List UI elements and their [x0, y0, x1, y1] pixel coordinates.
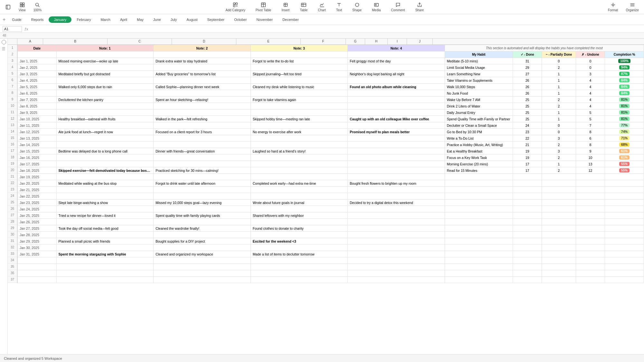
col-header-B: B [43, 39, 108, 44]
done-cell: 26 [513, 84, 542, 90]
sidebar-toggle-button[interactable] [3, 3, 14, 11]
empty-cell [605, 245, 644, 251]
note2-cell [154, 77, 251, 84]
done-cell: 21 [513, 142, 542, 148]
text-button[interactable]: Text [334, 1, 345, 13]
status-bar: Cleaned and organized 5 Workspace [0, 354, 644, 362]
done-cell: 17 [513, 167, 542, 174]
tab-february[interactable]: February [72, 16, 95, 23]
undone-cell: 3 [576, 71, 605, 77]
tab-july[interactable]: July [166, 16, 182, 23]
tab-april[interactable]: April [116, 16, 132, 23]
note1-cell [56, 154, 154, 161]
pivot-table-button[interactable]: Pivot Table [253, 1, 274, 13]
empty-cell [542, 200, 576, 206]
empty-cell [513, 200, 542, 206]
note2-cell: Bought supplies for a DIY project [154, 238, 251, 245]
empty-cell [605, 257, 644, 264]
date-cell: Jan 8, 2025 [18, 103, 57, 109]
habits-header-cell: ✗ - Undone [576, 51, 605, 58]
note1-cell: Planned a small picnic with friends [56, 238, 154, 245]
sidebar-icon-1[interactable] [2, 40, 6, 44]
tab-august[interactable]: August [182, 16, 202, 23]
shape-button[interactable]: Shape [350, 1, 364, 13]
table-row: Jan 22, 2025 [18, 193, 644, 200]
empty-cell [576, 277, 605, 283]
table-row: Jan 18, 2025Skipped exercise—felt demoti… [18, 167, 644, 174]
table-row: Jan 11, 2025Declutter or Clean a Small S… [18, 122, 644, 129]
empty-cell [513, 264, 542, 270]
completion-cell: 84% [605, 90, 644, 97]
formula-separator: ƒx [24, 27, 28, 31]
automation-note: This section is automated and will displ… [445, 45, 644, 51]
add-sheet-button[interactable]: + [1, 17, 7, 23]
tab-june[interactable]: June [149, 16, 166, 23]
note3-cell [251, 219, 348, 225]
empty-cell [542, 277, 576, 283]
note2-cell [154, 245, 251, 251]
tab-october[interactable]: October [230, 16, 251, 23]
row-indicator: 48 [0, 33, 644, 39]
zoom-label: 100% [33, 8, 42, 12]
habit-name-cell: Spend Quality Time with Family or Partne… [445, 116, 513, 122]
empty-cell [542, 238, 576, 245]
format-button[interactable]: Format [605, 1, 621, 13]
tab-january[interactable]: January [49, 16, 71, 23]
cell-reference-input[interactable] [3, 26, 22, 32]
sheet-scroll[interactable]: A B C D E F G H I J 12345678910111213141… [8, 39, 644, 362]
note2-cell [154, 142, 251, 148]
chart-button[interactable]: Chart [315, 1, 328, 13]
svg-rect-9 [236, 3, 237, 5]
empty-cell [513, 187, 542, 193]
habit-name-cell: Morning Exercise (20 mins) [445, 161, 513, 167]
insert-button[interactable]: Insert [279, 1, 292, 13]
media-button[interactable]: Media [369, 1, 383, 13]
formula-input[interactable] [31, 27, 641, 31]
tab-reports[interactable]: Reports [27, 16, 48, 23]
empty-cell [605, 187, 644, 193]
header-cell: Note: 1 [56, 45, 154, 51]
tab-guide[interactable]: Guide [7, 16, 26, 23]
empty-cell [445, 193, 513, 200]
habit-name-cell: Learn Something New [445, 71, 513, 77]
completion-badge: 68% [619, 143, 630, 147]
note1-cell: Tried a new recipe for dinner—loved it [56, 212, 154, 219]
comment-button[interactable]: Comment [388, 1, 407, 13]
habits-header-cell: My Habit [445, 51, 513, 58]
note3-cell: Laughed so hard at a friend's story! [251, 148, 348, 154]
note2-cell: Added "Buy groceries" to tomorrow's list [154, 71, 251, 77]
view-button[interactable]: View [16, 1, 28, 13]
note3-cell [251, 77, 348, 84]
note3-cell: Shared leftovers with my neighbor [251, 212, 348, 219]
organize-button[interactable]: Organize [623, 1, 641, 13]
tab-march[interactable]: March [96, 16, 115, 23]
share-button[interactable]: Share [413, 1, 427, 13]
chart-label: Chart [318, 8, 326, 12]
sidebar-icon-2[interactable]: ☰ [2, 47, 5, 51]
partial-cell: 2 [542, 167, 576, 174]
tab-december[interactable]: December [278, 16, 303, 23]
completion-badge: 81% [619, 110, 630, 115]
date-cell: Jan 4, 2025 [18, 77, 57, 84]
completion-cell: 94% [605, 64, 644, 71]
habits-header-cell [18, 51, 57, 58]
completion-badge: 81% [619, 117, 630, 121]
tab-september[interactable]: September [203, 16, 229, 23]
svg-rect-16 [284, 3, 287, 7]
add-category-button[interactable]: Add Category [223, 1, 248, 13]
tab-november[interactable]: November [252, 16, 277, 23]
empty-cell [445, 219, 513, 225]
formula-bar: ƒx [0, 25, 644, 33]
partial-cell: 0 [542, 58, 576, 64]
empty-cell [576, 257, 605, 264]
empty-cell [251, 277, 348, 283]
completion-cell: 81% [605, 97, 644, 103]
note1-cell: Bedtime was delayed due to a long phone … [56, 148, 154, 154]
table-button[interactable]: Table [297, 1, 310, 13]
empty-cell [56, 270, 154, 277]
tab-may[interactable]: May [132, 16, 148, 23]
zoom-button[interactable]: 100% [31, 1, 44, 13]
date-cell: Jan 26, 2025 [18, 219, 57, 225]
partial-cell: 0 [542, 129, 576, 135]
empty-cell [251, 257, 348, 264]
